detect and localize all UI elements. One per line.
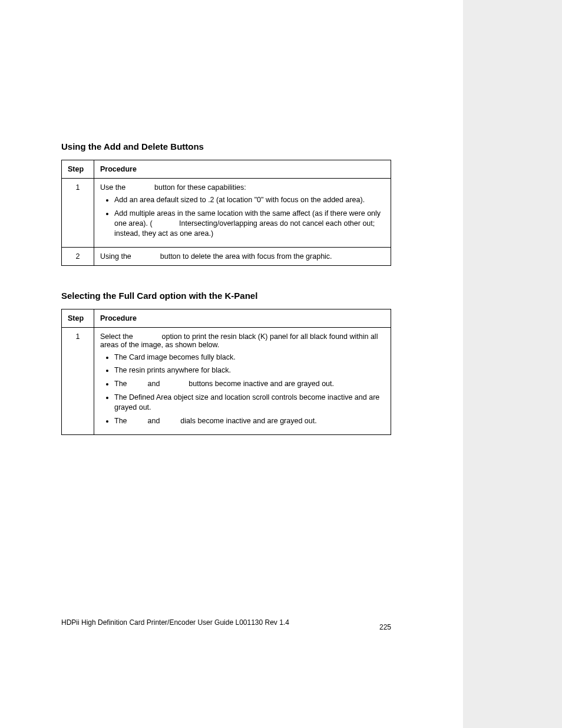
section2-table: Step Procedure 1 Select the option to pr… bbox=[61, 309, 391, 435]
bullet-list: Add an area default sized to .2 (at loca… bbox=[100, 195, 385, 239]
text: button for these capabilities: bbox=[153, 183, 246, 192]
step-number: 1 bbox=[62, 327, 94, 434]
text: Using the bbox=[100, 252, 133, 261]
text: Select the bbox=[100, 332, 135, 341]
list-item: The Defined Area object size and locatio… bbox=[114, 393, 385, 413]
section2-title: Selecting the Full Card option with the … bbox=[61, 291, 391, 301]
table-row: 2 Using the button to delete the area wi… bbox=[62, 247, 391, 265]
text: Intersecting/overlapping areas do not ca… bbox=[114, 219, 375, 238]
bullet-list: The Card image becomes fully black. The … bbox=[100, 353, 385, 426]
page: Using the Add and Delete Buttons Step Pr… bbox=[0, 0, 562, 728]
col-header-procedure: Procedure bbox=[94, 309, 391, 327]
table-row: 1 Use the button for these capabilities:… bbox=[62, 179, 391, 248]
text: Use the bbox=[100, 183, 128, 192]
text: and bbox=[146, 380, 162, 388]
list-item: Add multiple areas in the same location … bbox=[114, 209, 385, 239]
text: buttons become inactive and are grayed o… bbox=[187, 380, 334, 388]
text: The bbox=[114, 417, 129, 425]
step-number: 2 bbox=[62, 247, 94, 265]
list-item: The Card image becomes fully black. bbox=[114, 353, 385, 363]
list-item: The resin prints anywhere for black. bbox=[114, 365, 385, 375]
step-procedure: Using the button to delete the area with… bbox=[94, 247, 391, 265]
page-footer: HDPii High Definition Card Printer/Encod… bbox=[61, 618, 391, 627]
text: The bbox=[114, 380, 129, 388]
section1-table: Step Procedure 1 Use the button for thes… bbox=[61, 160, 391, 266]
right-margin-band bbox=[463, 0, 562, 728]
list-item: The and buttons become inactive and are … bbox=[114, 379, 385, 389]
text: button to delete the area with focus fro… bbox=[158, 252, 332, 261]
table-header-row: Step Procedure bbox=[62, 160, 391, 179]
col-header-step: Step bbox=[62, 309, 94, 327]
col-header-procedure: Procedure bbox=[94, 160, 391, 179]
list-item: Add an area default sized to .2 (at loca… bbox=[114, 195, 385, 205]
table-header-row: Step Procedure bbox=[62, 309, 391, 327]
text: and bbox=[146, 417, 162, 425]
step-procedure: Select the option to print the resin bla… bbox=[94, 327, 391, 434]
step-procedure: Use the button for these capabilities: A… bbox=[94, 179, 391, 248]
footer-doc-title: HDPii High Definition Card Printer/Encod… bbox=[61, 618, 289, 627]
list-item: The and dials become inactive and are gr… bbox=[114, 416, 385, 426]
text: dials become inactive and are grayed out… bbox=[178, 417, 317, 425]
section1-title: Using the Add and Delete Buttons bbox=[61, 141, 391, 151]
content-area: Using the Add and Delete Buttons Step Pr… bbox=[61, 124, 391, 435]
step-number: 1 bbox=[62, 179, 94, 248]
col-header-step: Step bbox=[62, 160, 94, 179]
page-number: 225 bbox=[379, 623, 391, 631]
text: option to print the resin black (K) pane… bbox=[100, 332, 378, 349]
table-row: 1 Select the option to print the resin b… bbox=[62, 327, 391, 434]
